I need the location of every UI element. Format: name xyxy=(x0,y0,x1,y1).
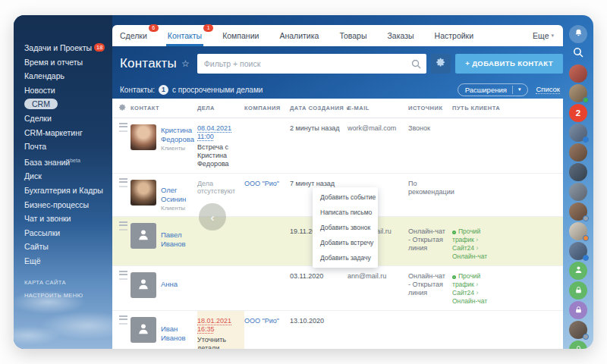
menu-item-add-call[interactable]: Добавить звонок xyxy=(313,220,378,235)
row-drag-handle[interactable] xyxy=(112,217,131,226)
tab-analytics[interactable]: Аналитика xyxy=(278,25,320,46)
client-path-cell xyxy=(452,174,563,184)
user-avatar[interactable] xyxy=(569,202,587,221)
column-header-activities[interactable]: ДЕЛА xyxy=(197,105,244,111)
menu-item-add-meeting[interactable]: Добавить встречу xyxy=(313,235,378,250)
contact-name-link[interactable]: Павел Иванов xyxy=(161,231,194,248)
table-row[interactable]: Иван Иванов 18.01.2021 16:35Уточнить дет… xyxy=(112,311,563,349)
column-header-company[interactable]: КОМПАНИЯ xyxy=(244,105,290,111)
row-drag-handle[interactable] xyxy=(112,311,131,320)
extensions-button[interactable]: Расширения ▾ xyxy=(458,83,529,96)
filter-search-box xyxy=(197,54,426,74)
contact-avatar-placeholder[interactable] xyxy=(131,223,156,249)
favorite-star-icon[interactable]: ☆ xyxy=(181,58,190,69)
collapse-sidebar-button[interactable]: ‹ xyxy=(199,203,226,231)
invite-user-button[interactable] xyxy=(569,262,587,280)
notifications-button[interactable] xyxy=(569,25,587,43)
activity-date-link[interactable]: 08.04.2021 11:00 xyxy=(197,124,231,140)
status-badge xyxy=(583,235,589,241)
sidebar-item-deals[interactable]: Сделки xyxy=(24,111,112,126)
sidebar-item-news[interactable]: Новости xyxy=(24,83,112,98)
menu-item-write-email[interactable]: Написать письмо xyxy=(313,205,378,220)
contact-name-link[interactable]: Иван Иванов xyxy=(161,325,194,342)
search-input[interactable] xyxy=(197,54,426,74)
user-avatar[interactable] xyxy=(569,242,587,260)
content-column: Сделки6 Контакты1 Компании Аналитика Тов… xyxy=(112,15,563,349)
contact-avatar[interactable] xyxy=(131,180,156,206)
sidebar-item-tasks[interactable]: Задачи и Проекты18 xyxy=(24,41,112,55)
row-drag-handle[interactable] xyxy=(112,266,131,275)
sidebar-item-calendar[interactable]: Календарь xyxy=(24,69,112,83)
nav-more-menu[interactable]: Еще▾ xyxy=(531,25,555,46)
user-avatar[interactable] xyxy=(569,321,587,339)
column-header-contact[interactable]: КОНТАКТ xyxy=(131,105,197,111)
sidebar-item-business-processes[interactable]: Бизнес-процессы xyxy=(24,198,112,212)
row-drag-handle[interactable] xyxy=(112,118,131,127)
view-switcher-link[interactable]: Список xyxy=(536,85,560,94)
user-avatar[interactable] xyxy=(569,84,587,102)
contact-name-link[interactable]: Кристина Федорова xyxy=(161,126,194,143)
column-header-client-path[interactable]: ПУТЬ КЛИЕНТА xyxy=(452,105,563,111)
tab-settings[interactable]: Настройки xyxy=(433,25,476,46)
menu-item-add-task[interactable]: Добавить задачу xyxy=(313,250,378,265)
contact-avatar-placeholder[interactable] xyxy=(131,272,156,298)
sidebar-item-accounting[interactable]: Бухгалтерия и Кадры xyxy=(24,184,112,198)
table-row[interactable]: Кристина ФедороваКлиенты 08.04.2021 11:0… xyxy=(112,118,563,174)
sidebar-item-mail[interactable]: Почта xyxy=(24,140,112,154)
sidebar-item-knowledge-base[interactable]: База знанийbeta xyxy=(24,154,112,170)
grid-settings-gear-icon[interactable] xyxy=(112,103,131,113)
unread-messages-badge[interactable]: 2 xyxy=(569,104,587,122)
lock-icon-green[interactable] xyxy=(569,281,587,300)
sidebar-item-newsletters[interactable]: Рассылки xyxy=(24,226,112,240)
email-cell[interactable]: ann@mail.ru xyxy=(348,266,408,284)
search-icon[interactable] xyxy=(411,58,421,72)
contact-name-link[interactable]: Олег Осинин xyxy=(161,186,194,203)
tab-companies[interactable]: Компании xyxy=(221,25,260,46)
sidebar-item-disk[interactable]: Диск xyxy=(24,169,112,184)
tab-deals[interactable]: Сделки6 xyxy=(118,25,149,46)
add-contact-button[interactable]: + ДОБАВИТЬ КОНТАКТ xyxy=(455,54,563,74)
source-cell: По рекомендации xyxy=(408,174,452,201)
sidebar-sitemap-link[interactable]: КАРТА САЙТА xyxy=(24,276,112,289)
sidebar-item-more[interactable]: Ещё xyxy=(24,254,112,268)
company-cell: ООО "Рио" xyxy=(244,174,290,192)
email-cell[interactable]: work@mail.com xyxy=(348,118,408,136)
tab-contacts[interactable]: Контакты1 xyxy=(166,25,203,46)
activity-date-link[interactable]: 18.01.2021 16:35 xyxy=(197,317,231,333)
sidebar-item-time[interactable]: Время и отчеты xyxy=(24,55,112,70)
person-icon xyxy=(574,264,583,278)
tab-products[interactable]: Товары xyxy=(338,25,368,46)
contact-avatar[interactable] xyxy=(131,124,156,150)
user-avatar[interactable] xyxy=(569,64,587,83)
lock-icon-purple[interactable] xyxy=(569,301,587,319)
sidebar-configure-menu-link[interactable]: НАСТРОИТЬ МЕНЮ xyxy=(24,289,112,302)
column-header-created[interactable]: ДАТА СОЗДАНИЯ ∨ xyxy=(290,105,348,111)
divider xyxy=(512,86,513,94)
company-link[interactable]: ООО "Рио" xyxy=(244,180,279,187)
sidebar-item-chat-calls[interactable]: Чат и звонки xyxy=(24,212,112,226)
column-header-email[interactable]: E-MAIL xyxy=(348,105,408,111)
sidebar-divider xyxy=(24,268,112,276)
overdue-counter[interactable]: Контакты: 1 с просроченными делами xyxy=(120,85,263,95)
page-header: Контакты ☆ + ДОБАВИТЬ КОНТАКТ xyxy=(112,46,563,80)
search-settings-button[interactable] xyxy=(431,54,451,74)
user-avatar[interactable] xyxy=(569,163,587,181)
menu-item-add-event[interactable]: Добавить событие xyxy=(313,190,378,205)
user-avatar[interactable] xyxy=(569,124,587,142)
sidebar-item-crm[interactable]: CRM xyxy=(24,97,112,111)
column-header-source[interactable]: ИСТОЧНИК xyxy=(408,105,452,111)
row-drag-handle[interactable] xyxy=(112,174,131,183)
company-link[interactable]: ООО "Рио" xyxy=(244,317,279,325)
lock-icon-green-2[interactable] xyxy=(569,340,587,349)
user-avatar[interactable] xyxy=(569,222,587,240)
contact-avatar-placeholder[interactable] xyxy=(131,317,156,343)
user-avatar[interactable] xyxy=(569,143,587,162)
tab-orders[interactable]: Заказы xyxy=(386,25,416,46)
company-cell xyxy=(244,217,290,228)
user-avatar[interactable] xyxy=(569,183,587,201)
contact-name-link[interactable]: Анна xyxy=(161,280,178,289)
global-search-button[interactable] xyxy=(569,45,587,63)
sidebar-item-crm-marketing[interactable]: CRM-маркетинг xyxy=(24,126,112,140)
sidebar-item-sites[interactable]: Сайты xyxy=(24,240,112,254)
table-row[interactable]: Анна 03.11.2020 ann@mail.ru Онлайн-чат -… xyxy=(112,266,563,311)
